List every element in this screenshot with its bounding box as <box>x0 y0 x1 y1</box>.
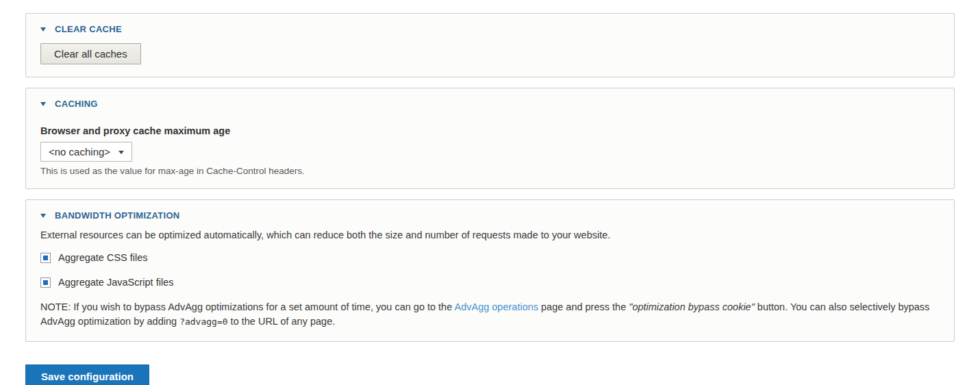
cache-max-age-label: Browser and proxy cache maximum age <box>40 125 940 136</box>
save-configuration-button[interactable]: Save configuration <box>25 364 149 385</box>
cache-max-age-select[interactable]: <no caching> <box>40 142 132 162</box>
collapse-arrow-icon <box>40 27 46 32</box>
note-code-snippet: ?advagg=0 <box>179 316 227 327</box>
bandwidth-optimization-legend-label: BANDWIDTH OPTIMIZATION <box>55 210 180 221</box>
cache-max-age-description: This is used as the value for max-age in… <box>40 166 940 176</box>
bandwidth-optimization-legend[interactable]: BANDWIDTH OPTIMIZATION <box>40 210 940 221</box>
checkbox-checked-icon <box>43 256 48 260</box>
aggregate-js-row: Aggregate JavaScript files <box>40 275 940 290</box>
checkbox-checked-icon <box>43 280 48 285</box>
clear-cache-legend-label: CLEAR CACHE <box>55 24 122 34</box>
note-text: page and press the <box>538 301 629 312</box>
clear-cache-section: CLEAR CACHE Clear all caches <box>25 13 955 77</box>
bandwidth-description: External resources can be optimized auto… <box>40 229 940 240</box>
clear-all-caches-button[interactable]: Clear all caches <box>40 43 141 64</box>
chevron-down-icon <box>118 151 124 154</box>
advagg-note: NOTE: If you wish to bypass AdvAgg optim… <box>40 300 940 329</box>
cache-max-age-selected-value: <no caching> <box>49 146 110 158</box>
caching-legend-label: CACHING <box>55 99 98 109</box>
collapse-arrow-icon <box>40 214 46 218</box>
aggregate-css-row: Aggregate CSS files <box>40 250 940 265</box>
advagg-operations-link[interactable]: AdvAgg operations <box>454 301 538 312</box>
aggregate-css-checkbox[interactable] <box>40 253 51 263</box>
bandwidth-optimization-section: BANDWIDTH OPTIMIZATION External resource… <box>25 199 955 342</box>
caching-section: CACHING Browser and proxy cache maximum … <box>25 88 955 189</box>
clear-cache-legend[interactable]: CLEAR CACHE <box>40 24 940 34</box>
performance-settings-page: CLEAR CACHE Clear all caches CACHING Bro… <box>0 0 980 385</box>
aggregate-js-label: Aggregate JavaScript files <box>58 277 173 288</box>
collapse-arrow-icon <box>40 102 46 106</box>
aggregate-css-label: Aggregate CSS files <box>58 252 148 263</box>
note-text: to the URL of any page. <box>228 316 336 327</box>
note-text: NOTE: If you wish to bypass AdvAgg optim… <box>40 301 454 312</box>
note-italic-quote: "optimization bypass cookie" <box>629 301 755 312</box>
aggregate-js-checkbox[interactable] <box>40 277 51 288</box>
caching-legend[interactable]: CACHING <box>40 99 940 109</box>
